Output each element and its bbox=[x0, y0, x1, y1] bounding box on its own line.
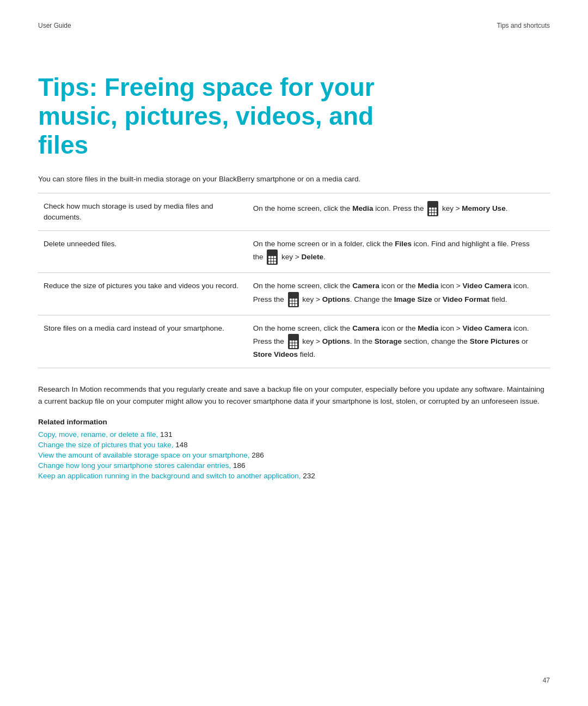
bold-text: Media bbox=[352, 204, 373, 212]
intro-text: You can store files in the built-in medi… bbox=[38, 175, 550, 183]
bold-text: Memory Use bbox=[462, 204, 505, 212]
list-item: Change the size of pictures that you tak… bbox=[38, 441, 550, 449]
tips-table: Check how much storage is used by media … bbox=[38, 193, 550, 369]
bb-menu-key bbox=[427, 201, 438, 216]
bb-menu-key bbox=[288, 334, 299, 349]
bold-text: Video Camera bbox=[462, 282, 511, 290]
instruction-cell: On the home screen or in a folder, click… bbox=[253, 231, 550, 273]
bold-text: Store Pictures bbox=[470, 337, 520, 345]
backup-text: Research In Motion recommends that you r… bbox=[38, 384, 550, 407]
instruction-cell: On the home screen, click the Camera ico… bbox=[253, 315, 550, 368]
instruction-cell: On the home screen, click the Media icon… bbox=[253, 193, 550, 231]
bold-text: Media bbox=[418, 282, 438, 290]
bold-text: Options bbox=[322, 337, 350, 345]
table-row: Store files on a media card instead of y… bbox=[38, 315, 550, 368]
bold-text: Video Camera bbox=[462, 324, 511, 332]
table-row: Delete unneeded files.On the home screen… bbox=[38, 231, 550, 273]
related-links: Copy, move, rename, or delete a file, 13… bbox=[38, 430, 550, 480]
related-link[interactable]: Keep an application running in the backg… bbox=[38, 472, 301, 480]
related-link[interactable]: View the amount of available storage spa… bbox=[38, 451, 250, 459]
bold-text: Options bbox=[322, 295, 350, 303]
bold-text: Camera bbox=[352, 282, 379, 290]
header-left: User Guide bbox=[38, 22, 71, 29]
bb-menu-key bbox=[267, 249, 278, 265]
table-row: Reduce the size of pictures you take and… bbox=[38, 273, 550, 315]
page-number: 47 bbox=[543, 677, 550, 684]
related-link[interactable]: Change the size of pictures that you tak… bbox=[38, 441, 173, 449]
related-info-section: Related information Copy, move, rename, … bbox=[38, 418, 550, 480]
related-link[interactable]: Copy, move, rename, or delete a file, bbox=[38, 430, 158, 439]
bold-text: Delete bbox=[301, 253, 323, 261]
list-item: Change how long your smartphone stores c… bbox=[38, 461, 550, 470]
related-info-title: Related information bbox=[38, 418, 550, 426]
list-item: Keep an application running in the backg… bbox=[38, 472, 550, 480]
list-item: Copy, move, rename, or delete a file, 13… bbox=[38, 430, 550, 439]
bold-text: Camera bbox=[352, 324, 379, 332]
page-title: Tips: Freeing space for your music, pict… bbox=[38, 73, 419, 160]
related-link[interactable]: Change how long your smartphone stores c… bbox=[38, 461, 231, 470]
bold-text: Media bbox=[418, 324, 438, 332]
task-cell: Check how much storage is used by media … bbox=[38, 193, 253, 231]
page-header: User Guide Tips and shortcuts bbox=[38, 22, 550, 29]
bold-text: Store Videos bbox=[253, 350, 298, 358]
bold-text: Image Size bbox=[394, 295, 432, 303]
bold-text: Files bbox=[395, 240, 412, 248]
list-item: View the amount of available storage spa… bbox=[38, 451, 550, 459]
bb-menu-key bbox=[288, 292, 299, 307]
task-cell: Delete unneeded files. bbox=[38, 231, 253, 273]
instruction-cell: On the home screen, click the Camera ico… bbox=[253, 273, 550, 315]
task-cell: Reduce the size of pictures you take and… bbox=[38, 273, 253, 315]
task-cell: Store files on a media card instead of y… bbox=[38, 315, 253, 368]
table-row: Check how much storage is used by media … bbox=[38, 193, 550, 231]
bold-text: Video Format bbox=[443, 295, 489, 303]
header-right: Tips and shortcuts bbox=[497, 22, 550, 29]
bold-text: Storage bbox=[375, 337, 402, 345]
